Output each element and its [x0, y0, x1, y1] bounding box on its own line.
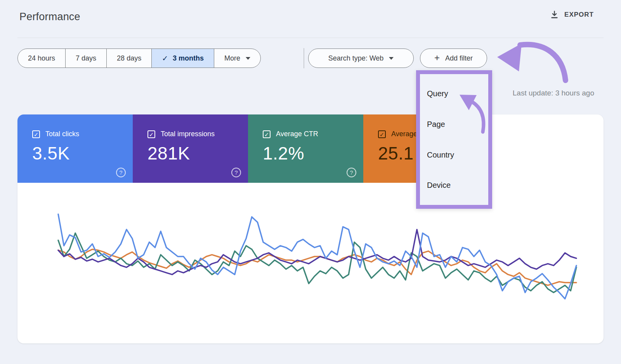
download-icon [550, 10, 559, 19]
metric-value: 281K [147, 143, 248, 164]
page-title: Performance [19, 11, 80, 23]
metric-label: Total impressions [161, 130, 215, 138]
checkbox-checked-icon[interactable]: ✓ [378, 130, 386, 138]
add-filter-button[interactable]: + Add filter [420, 49, 487, 68]
checkbox-checked-icon[interactable]: ✓ [147, 130, 155, 138]
series-average-ctr [58, 233, 576, 293]
tab-3-months[interactable]: ✓ 3 months [152, 49, 214, 68]
metric-value: 1.2% [263, 143, 363, 164]
help-icon[interactable]: ? [231, 168, 241, 177]
performance-line-chart[interactable] [56, 208, 578, 307]
metric-tile-total-clicks[interactable]: ✓ Total clicks 3.5K ? [17, 114, 133, 183]
toolbar-separator [304, 48, 304, 68]
last-update-text: Last update: 3 hours ago [513, 89, 594, 97]
tab-more[interactable]: More [214, 49, 260, 68]
tab-7-days[interactable]: 7 days [66, 49, 107, 68]
tab-label: 28 days [117, 54, 141, 62]
tab-label: More [224, 54, 240, 62]
menu-item-page[interactable]: Page [427, 119, 445, 130]
export-label: EXPORT [564, 11, 594, 19]
metric-label: Total clicks [45, 130, 79, 138]
chevron-down-icon [246, 57, 250, 60]
tab-label: 24 hours [28, 54, 55, 62]
arrow-to-add-filter [497, 43, 565, 80]
plus-icon: + [434, 52, 440, 63]
tab-label: 3 months [173, 54, 204, 62]
chevron-down-icon [389, 57, 394, 60]
date-range-tabs: 24 hours 7 days 28 days ✓ 3 months More [17, 49, 261, 68]
tab-label: 7 days [76, 54, 96, 62]
checkbox-checked-icon[interactable]: ✓ [32, 130, 40, 138]
metric-label: Average CTR [276, 130, 318, 138]
metric-value: 3.5K [32, 143, 133, 164]
search-type-dropdown[interactable]: Search type: Web [308, 49, 414, 68]
search-type-label: Search type: Web [328, 54, 384, 62]
menu-item-query[interactable]: Query [427, 88, 448, 99]
export-button[interactable]: EXPORT [550, 10, 594, 19]
metric-tile-average-ctr[interactable]: ✓ Average CTR 1.2% ? [248, 114, 363, 183]
add-filter-label: Add filter [445, 54, 473, 62]
menu-item-device[interactable]: Device [427, 180, 451, 191]
checkbox-checked-icon[interactable]: ✓ [263, 130, 271, 138]
menu-item-country[interactable]: Country [427, 149, 454, 160]
add-filter-menu: Query Page Country Device [416, 70, 492, 209]
help-icon[interactable]: ? [347, 168, 356, 177]
help-icon[interactable]: ? [116, 168, 126, 177]
tab-24-hours[interactable]: 24 hours [18, 49, 66, 68]
tab-28-days[interactable]: 28 days [107, 49, 152, 68]
header-divider [17, 38, 604, 38]
checkmark-icon: ✓ [162, 54, 168, 63]
metric-tile-total-impressions[interactable]: ✓ Total impressions 281K ? [133, 114, 248, 183]
